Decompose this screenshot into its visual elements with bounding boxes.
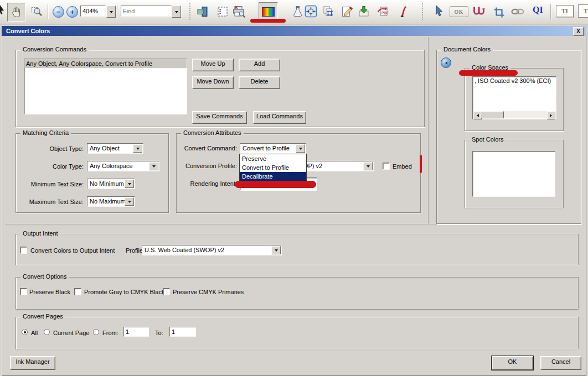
export-save-button[interactable] — [355, 3, 372, 20]
red-underline-convert-colors — [250, 19, 286, 23]
touchup-reading-order-button[interactable] — [471, 3, 487, 20]
pages-crop-icon — [322, 6, 335, 18]
dropdown-option[interactable]: Preserve — [240, 154, 306, 163]
convert-colors-to-output-intent-checkbox[interactable] — [20, 247, 27, 254]
sign-document-button[interactable] — [398, 3, 410, 20]
embed-checkbox[interactable] — [383, 163, 390, 170]
current-page-radio[interactable] — [44, 329, 50, 335]
minimum-text-size-select[interactable]: No Minimum — [87, 179, 135, 189]
object-touchup-button[interactable] — [302, 3, 319, 19]
color-type-select[interactable]: Any Colorspace — [87, 161, 159, 171]
zoom-level-dropdown-button[interactable] — [106, 6, 116, 18]
radio-dot — [24, 331, 26, 333]
group-label: Output Intent — [20, 230, 60, 237]
chevron-down-icon[interactable] — [125, 180, 134, 188]
ok-stamp-button[interactable]: OK — [450, 6, 468, 17]
delete-button[interactable]: Delete — [239, 76, 280, 89]
crop-pages-button[interactable] — [320, 3, 337, 20]
group-label: Conversion Attributes — [181, 129, 244, 136]
dropdown-option[interactable]: Convert to Profile — [240, 163, 306, 172]
rainbow-gradient-icon — [262, 7, 275, 17]
dialog-title: Convert Colors — [6, 28, 50, 34]
group-label: Spot Colors — [470, 136, 506, 143]
chevron-down-icon[interactable] — [125, 197, 134, 206]
pdf-export-button[interactable]: PDF — [374, 3, 392, 20]
rendering-intent-label: Rendering Intent: — [179, 180, 237, 187]
promote-gray-label: Promote Gray to CMYK Black — [84, 289, 165, 295]
preflight-selection-button[interactable] — [215, 4, 230, 19]
current-page-label: Current Page — [53, 330, 89, 336]
link-tool-button[interactable] — [509, 6, 526, 18]
page-range-radio[interactable] — [93, 329, 99, 335]
hand-icon — [11, 7, 22, 18]
select-value: Any Colorspace — [90, 163, 149, 169]
dialog-titlebar[interactable]: Convert Colors — [2, 26, 586, 36]
all-pages-radio[interactable] — [22, 329, 28, 335]
group-label: Convert Options — [20, 273, 69, 280]
panel-divider-vertical — [428, 37, 429, 224]
horizontal-scrollbar[interactable] — [473, 111, 555, 118]
conversion-profile-label: Conversion Profile: — [179, 163, 237, 169]
close-icon[interactable]: X — [573, 27, 584, 36]
preserve-cmyk-primaries-label: Preserve CMYK Primaries — [173, 289, 244, 295]
zoom-marquee-tool-button[interactable] — [29, 4, 44, 19]
chevron-down-icon[interactable] — [296, 144, 305, 153]
scrollbar-thumb[interactable] — [481, 111, 504, 118]
promote-gray-checkbox[interactable] — [74, 288, 81, 295]
convert-command-select[interactable]: Convert to Profile — [240, 143, 306, 154]
chevron-down-icon[interactable] — [133, 144, 142, 153]
convert-command-dropdown-list[interactable]: Preserve Convert to Profile Decalibrate — [239, 154, 307, 181]
print-production-button[interactable] — [230, 3, 247, 20]
refresh-document-colors-button[interactable] — [441, 58, 451, 68]
preserve-cmyk-primaries-checkbox[interactable] — [163, 288, 170, 295]
chevron-down-icon[interactable] — [363, 162, 373, 170]
select-tool-icon-partial[interactable] — [0, 4, 4, 17]
toolbar-grip — [189, 3, 190, 20]
select-value: U.S. Web Coated (SWOP) v2 — [145, 247, 271, 253]
preserve-black-checkbox[interactable] — [20, 288, 27, 295]
move-down-button[interactable]: Move Down — [192, 76, 234, 89]
all-pages-label: All — [31, 330, 38, 336]
chevron-down-icon[interactable] — [149, 162, 158, 170]
spot-colors-list[interactable] — [472, 151, 555, 197]
find-dropdown-button[interactable] — [172, 6, 181, 18]
load-commands-button[interactable]: Load Commands — [253, 111, 306, 124]
output-intent-profile-select[interactable]: U.S. Web Coated (SWOP) v2 — [142, 245, 282, 255]
dashed-selection-icon — [216, 6, 229, 18]
double-u-arrows-icon — [472, 6, 486, 18]
panel-divider-horizontal — [5, 224, 583, 225]
select-cursor-button[interactable] — [432, 3, 446, 19]
object-type-select[interactable]: Any Object — [87, 143, 143, 154]
blue-arrow-cursor-icon — [435, 5, 443, 17]
zoom-level-input[interactable] — [80, 6, 106, 17]
list-item[interactable]: Any Object, Any Colorspace, Convert to P… — [24, 59, 187, 68]
chevron-down-icon[interactable] — [271, 246, 281, 254]
list-item[interactable]: , ISO Coated v2 300% (ECI) — [473, 77, 556, 84]
dropdown-option-highlighted[interactable]: Decalibrate — [240, 172, 306, 181]
touchup-text-button[interactable]: TI — [556, 5, 574, 17]
ok-button[interactable]: OK — [492, 356, 533, 370]
quick-index-button[interactable]: QI — [533, 5, 543, 15]
hand-tool-button[interactable] — [7, 3, 25, 22]
cancel-button[interactable]: Cancel — [540, 356, 581, 370]
edit-document-button[interactable] — [339, 3, 355, 20]
move-up-button[interactable]: Move Up — [192, 59, 234, 71]
zoom-out-button[interactable]: − — [53, 6, 64, 18]
scroll-right-button[interactable] — [547, 111, 555, 119]
convert-colors-to-output-intent-label: Convert Colors to Output Intent — [30, 247, 115, 254]
save-commands-button[interactable]: Save Commands — [192, 111, 247, 124]
from-page-input[interactable] — [123, 327, 149, 337]
to-page-input[interactable] — [169, 327, 196, 337]
chevron-down-icon — [110, 11, 113, 15]
output-preview-button[interactable] — [195, 4, 210, 19]
conversion-commands-list[interactable]: Any Object, Any Colorspace, Convert to P… — [24, 59, 187, 114]
text-tool-button-partial[interactable]: T — [578, 4, 588, 18]
add-button[interactable]: Add — [239, 59, 280, 71]
crop-tool-button[interactable] — [491, 4, 507, 20]
maximum-text-size-select[interactable]: No Maximum — [87, 196, 135, 207]
find-input[interactable] — [121, 6, 172, 17]
zoom-in-button[interactable]: + — [66, 6, 78, 18]
color-spaces-list[interactable]: , ISO Coated v2 300% (ECI) — [472, 76, 556, 119]
ink-manager-button[interactable]: Ink Manager — [10, 356, 55, 370]
toolbar-separator — [550, 4, 551, 19]
